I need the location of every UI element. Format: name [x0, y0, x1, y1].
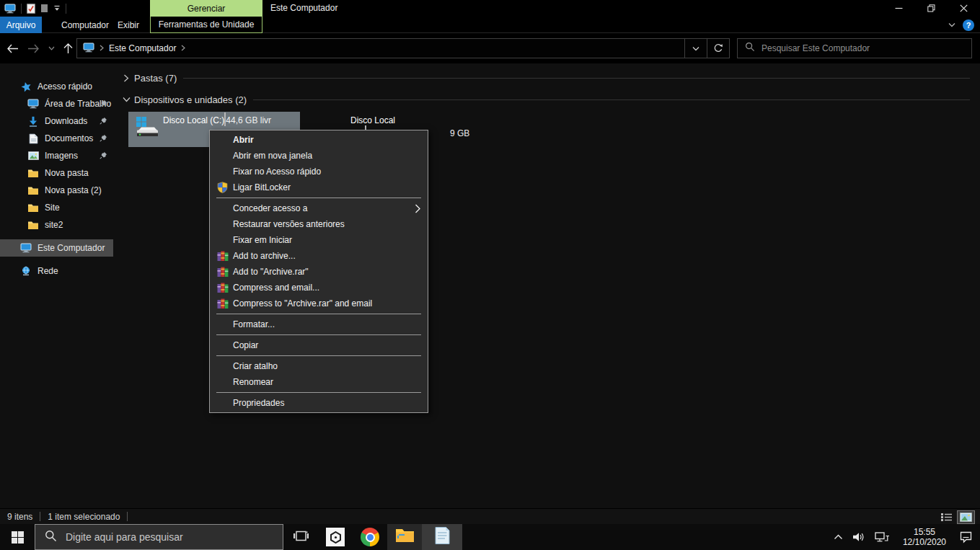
menu-item-abrir[interactable]: Abrir: [210, 132, 428, 148]
breadcrumb-location[interactable]: Este Computador: [109, 43, 176, 53]
menu-item-compress-to-archive-rar-and-email[interactable]: Compress to "Archive.rar" and email: [210, 296, 428, 311]
tab-file[interactable]: Arquivo: [0, 17, 42, 33]
menu-item-label: Restaurar versões anteriores: [233, 219, 428, 229]
sidebar-item-este-computador[interactable]: Este Computador: [0, 239, 113, 257]
menu-item-criar-atalho[interactable]: Criar atalho: [210, 358, 428, 374]
menu-item-restaurar-versoes-anteriores[interactable]: Restaurar versões anteriores: [210, 216, 428, 232]
breadcrumb: Este Computador: [77, 43, 684, 55]
thumbnails-view-button[interactable]: [958, 511, 974, 523]
quick-access-star-icon: [19, 81, 33, 92]
menu-separator: [216, 334, 421, 335]
sidebar-item-imagens[interactable]: Imagens: [0, 147, 113, 164]
sidebar-item-label: Este Computador: [37, 243, 105, 253]
start-button[interactable]: [0, 524, 35, 550]
explorer-icon: [395, 528, 415, 546]
chevron-right-icon[interactable]: [120, 74, 132, 82]
refresh-icon[interactable]: [707, 39, 729, 58]
history-chevron-icon[interactable]: [46, 44, 57, 53]
explorer-search-input[interactable]: [762, 43, 971, 53]
sidebar-item-nova-pasta-2[interactable]: Nova pasta (2): [0, 182, 113, 199]
sidebar-item-label: site2: [45, 220, 63, 230]
toolbar-divider: [21, 4, 22, 14]
back-icon[interactable]: [4, 42, 21, 56]
action-center-icon[interactable]: [955, 524, 977, 550]
taskbar-clock[interactable]: 15:55 12/10/2020: [897, 527, 952, 547]
hidden-icons-chevron-icon[interactable]: [829, 524, 847, 550]
tab-view[interactable]: Exibir: [108, 17, 149, 33]
menu-item-label: Compress to "Archive.rar" and email: [233, 298, 428, 309]
address-dropdown-chevron-icon[interactable]: [684, 39, 707, 58]
menu-item-add-to-archive-rar[interactable]: Add to "Archive.rar": [210, 264, 428, 280]
group-header-folders[interactable]: Pastas (7): [120, 71, 973, 84]
taskbar-explorer-button[interactable]: [387, 524, 422, 550]
sidebar-item-area-de-trabalho[interactable]: Área de Trabalho: [0, 95, 113, 112]
sidebar-item-rede[interactable]: Rede: [0, 262, 113, 280]
taskbar-notepad-button[interactable]: [422, 524, 462, 550]
help-icon[interactable]: ?: [963, 19, 974, 31]
windows-start-icon: [12, 531, 24, 544]
minimize-button[interactable]: [883, 0, 915, 17]
menu-item-ligar-bitlocker[interactable]: Ligar BitLocker: [210, 179, 428, 195]
menu-item-compress-and-email[interactable]: Compress and email...: [210, 280, 428, 296]
tab-drive-tools[interactable]: Ferramentas de Unidade: [150, 17, 262, 33]
menu-item-fixar-em-iniciar[interactable]: Fixar em Iniciar: [210, 232, 428, 248]
taskbar-chrome-button[interactable]: [353, 524, 387, 550]
pin-icon: [100, 151, 107, 161]
quick-access-toolbar: [4, 0, 66, 17]
drive-free-space-text: 44,6 GB livr: [226, 115, 271, 125]
menu-item-label: Abrir: [233, 135, 428, 145]
menu-item-label: Compress and email...: [233, 283, 428, 293]
pictures-icon: [26, 151, 40, 160]
menu-item-abrir-em-nova-janela[interactable]: Abrir em nova janela: [210, 148, 428, 164]
sidebar-item-label: Rede: [37, 266, 58, 276]
taskbar: 15:55 12/10/2020: [0, 524, 980, 550]
task-view-icon: [293, 529, 309, 546]
sidebar-item-acesso-rapido[interactable]: Acesso rápido: [0, 78, 113, 95]
taskbar-task-view-button[interactable]: [283, 524, 318, 550]
menu-item-renomear[interactable]: Renomear: [210, 374, 428, 390]
sidebar-item-downloads[interactable]: Downloads: [0, 112, 113, 130]
item-count: 9 itens: [0, 512, 40, 522]
this-pc-icon[interactable]: [4, 4, 16, 14]
tab-manage[interactable]: Gerenciar: [150, 0, 262, 17]
menu-item-label: Renomear: [233, 377, 428, 387]
title-bar: Gerenciar Este Computador: [0, 0, 980, 17]
sidebar-item-site[interactable]: Site: [0, 199, 113, 216]
menu-item-label: Ligar BitLocker: [233, 182, 428, 192]
winrar-icon: [217, 298, 233, 309]
sidebar-item-documentos[interactable]: Documentos: [0, 130, 113, 147]
new-item-icon[interactable]: [40, 4, 48, 13]
menu-item-formatar[interactable]: Formatar...: [210, 316, 428, 332]
menu-item-copiar[interactable]: Copiar: [210, 337, 428, 353]
details-view-button[interactable]: [938, 511, 955, 523]
sidebar-item-nova-pasta[interactable]: Nova pasta: [0, 164, 113, 182]
ribbon-collapse-chevron-icon[interactable]: [948, 22, 955, 27]
customize-qat-chevron-icon[interactable]: [53, 5, 61, 12]
close-button[interactable]: [948, 0, 980, 17]
menu-item-add-to-archive[interactable]: Add to archive...: [210, 248, 428, 264]
unity-icon: [326, 528, 345, 546]
breadcrumb-chevron-icon[interactable]: [181, 43, 185, 53]
status-bar: 9 itens 1 item selecionado: [0, 508, 980, 524]
downloads-icon: [26, 116, 40, 127]
network-icon: [19, 266, 33, 276]
menu-item-conceder-acesso-a[interactable]: Conceder acesso a: [210, 200, 428, 216]
network-tray-icon[interactable]: [870, 524, 894, 550]
chevron-down-icon[interactable]: [120, 97, 132, 102]
forward-icon[interactable]: [25, 42, 42, 56]
up-icon[interactable]: [61, 41, 75, 56]
speaker-icon[interactable]: [847, 524, 870, 550]
taskbar-search-input[interactable]: [66, 531, 283, 543]
menu-item-fixar-no-acesso-rapido[interactable]: Fixar no Acesso rápido: [210, 164, 428, 179]
sidebar-item-site2[interactable]: site2: [0, 216, 113, 234]
submenu-chevron-icon: [415, 204, 428, 213]
explorer-search-box[interactable]: [737, 38, 972, 58]
taskbar-search-box[interactable]: [35, 524, 283, 550]
restore-button[interactable]: [915, 0, 948, 17]
menu-item-propriedades[interactable]: Propriedades: [210, 395, 428, 411]
taskbar-unity-button[interactable]: [318, 524, 353, 550]
properties-icon[interactable]: [27, 4, 35, 14]
menu-separator: [216, 355, 421, 356]
address-bar[interactable]: Este Computador: [76, 38, 730, 58]
group-divider: [253, 99, 970, 100]
